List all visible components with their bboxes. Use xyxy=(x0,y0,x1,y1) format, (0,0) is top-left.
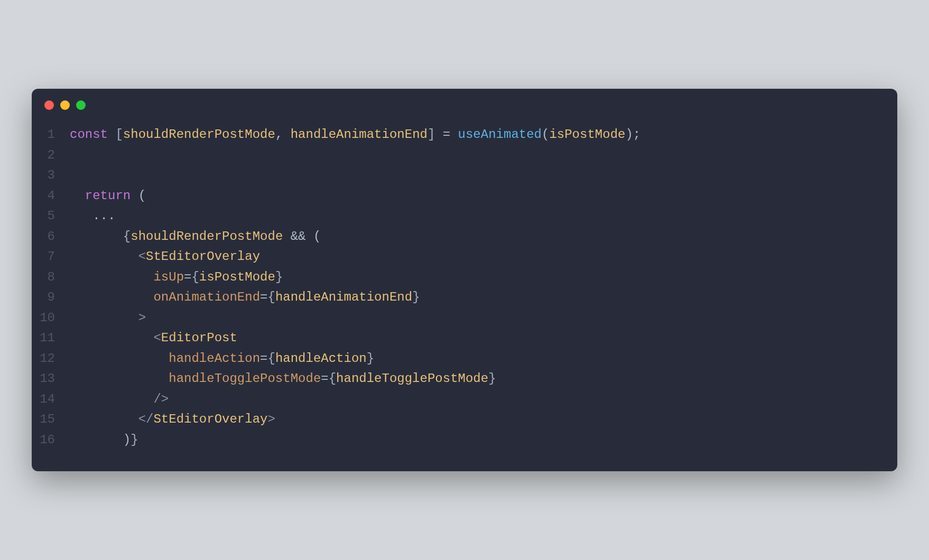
line-number: 10 xyxy=(32,308,70,329)
code-content: > xyxy=(70,308,146,329)
line-number: 3 xyxy=(32,165,70,186)
code-content: {shouldRenderPostMode && ( xyxy=(70,227,321,247)
code-content: <StEditorOverlay xyxy=(70,247,260,267)
code-line: 6 {shouldRenderPostMode && ( xyxy=(32,227,880,247)
line-number: 12 xyxy=(32,349,70,369)
code-content: handleTogglePostMode={handleTogglePostMo… xyxy=(70,369,496,389)
code-content: <EditorPost xyxy=(70,328,237,349)
window-titlebar xyxy=(32,89,897,115)
code-line: 13 handleTogglePostMode={handleTogglePos… xyxy=(32,369,880,389)
line-number: 16 xyxy=(32,430,70,451)
code-area[interactable]: 1 const [shouldRenderPostMode, handleAni… xyxy=(32,115,897,471)
code-line: 11 <EditorPost xyxy=(32,328,880,349)
code-line: 1 const [shouldRenderPostMode, handleAni… xyxy=(32,125,880,145)
line-number: 8 xyxy=(32,267,70,288)
code-content: ... xyxy=(70,206,115,227)
code-line: 9 onAnimationEnd={handleAnimationEnd} xyxy=(32,287,880,308)
code-content: </StEditorOverlay> xyxy=(70,409,275,430)
code-content: const [shouldRenderPostMode, handleAnima… xyxy=(70,125,640,145)
close-icon[interactable] xyxy=(44,100,54,110)
code-line: 4 return ( xyxy=(32,186,880,207)
code-editor-window: 1 const [shouldRenderPostMode, handleAni… xyxy=(32,89,897,471)
code-line: 3 xyxy=(32,165,880,186)
minimize-icon[interactable] xyxy=(60,100,70,110)
code-line: 8 isUp={isPostMode} xyxy=(32,267,880,288)
code-content: isUp={isPostMode} xyxy=(70,267,283,288)
line-number: 1 xyxy=(32,125,70,145)
code-line: 14 /> xyxy=(32,389,880,410)
code-content: return ( xyxy=(70,186,146,207)
code-content: )} xyxy=(70,430,138,451)
code-line: 2 xyxy=(32,145,880,166)
code-content: handleAction={handleAction} xyxy=(70,349,374,369)
code-content: onAnimationEnd={handleAnimationEnd} xyxy=(70,287,420,308)
line-number: 13 xyxy=(32,369,70,389)
line-number: 6 xyxy=(32,227,70,247)
line-number: 11 xyxy=(32,328,70,349)
code-line: 5 ... xyxy=(32,206,880,227)
line-number: 2 xyxy=(32,145,70,166)
maximize-icon[interactable] xyxy=(76,100,86,110)
code-line: 7 <StEditorOverlay xyxy=(32,247,880,267)
line-number: 9 xyxy=(32,287,70,308)
code-content: /> xyxy=(70,389,169,410)
code-line: 10 > xyxy=(32,308,880,329)
line-number: 5 xyxy=(32,206,70,227)
line-number: 7 xyxy=(32,247,70,267)
line-number: 15 xyxy=(32,409,70,430)
line-number: 14 xyxy=(32,389,70,410)
code-line: 12 handleAction={handleAction} xyxy=(32,349,880,369)
code-line: 15 </StEditorOverlay> xyxy=(32,409,880,430)
code-line: 16 )} xyxy=(32,430,880,451)
line-number: 4 xyxy=(32,186,70,207)
